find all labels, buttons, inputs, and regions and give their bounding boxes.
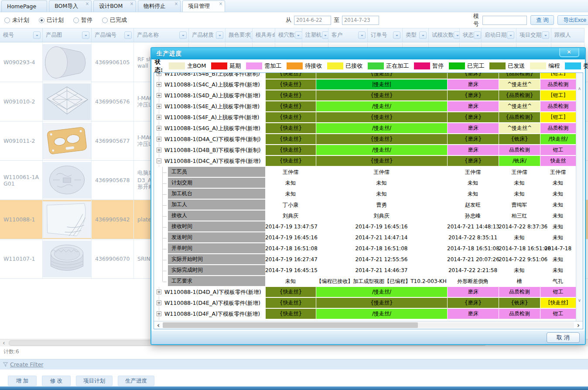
mold-input[interactable]: [482, 16, 527, 25]
from-date-input[interactable]: [294, 16, 331, 25]
detail-name-cell: 加工人: [154, 200, 265, 211]
expand-icon[interactable]: +: [157, 126, 161, 131]
radio-completed[interactable]: 已完成: [102, 16, 127, 24]
expand-icon[interactable]: +: [157, 115, 161, 120]
grid-vscrollbar[interactable]: ∧ ∨: [576, 73, 583, 321]
dialog-titlebar: 生产进度 ×: [151, 48, 585, 59]
to-date-input[interactable]: [342, 16, 379, 25]
radio-planned[interactable]: 已计划: [39, 16, 64, 24]
column-filter-button[interactable]: [33, 31, 41, 39]
progress-row: −W110088-1(D4C_A)下模板零件(新增){快走丝}{慢走丝}{磨床}…: [154, 156, 576, 167]
export-excel-button[interactable]: 导出Exce: [557, 15, 588, 25]
radio-unplanned[interactable]: 未计划: [4, 16, 29, 24]
part-name-cell[interactable]: +W110088-1(S4G_A)上脱板零件(新增): [154, 123, 265, 134]
tab-label: BOM导入: [55, 3, 78, 10]
column-header: 类型: [403, 28, 429, 42]
detail-value-cell: 2014-7-22 9:51:06: [499, 254, 540, 265]
dialog-close-button[interactable]: ×: [559, 48, 579, 57]
detail-value-cell: 未知: [540, 211, 576, 221]
tab-close-icon[interactable]: ×: [174, 2, 178, 6]
column-filter-button[interactable]: [474, 31, 481, 39]
detail-name-cell: 接收时间: [154, 221, 265, 232]
column-filter-button[interactable]: [358, 31, 366, 39]
part-name-cell[interactable]: +W110088-1(S4D_A)上脱板零件(新增): [154, 90, 265, 101]
project-plan-button[interactable]: 项目计划: [76, 376, 113, 386]
create-filter-link[interactable]: Create Filter: [10, 361, 43, 368]
production-progress-button[interactable]: 生产进度: [118, 376, 154, 386]
detail-row: 工艺要求未知【编程已接收】加工成型视图【已编程】T10.2-003-KH外形断差…: [154, 276, 576, 287]
expand-icon[interactable]: +: [157, 300, 161, 305]
grid-scroll-left-icon[interactable]: ‹: [154, 322, 163, 328]
part-name-cell[interactable]: −W110088-1(D4C_A)下模板零件(新增): [154, 156, 265, 167]
column-filter-button[interactable]: [507, 31, 514, 39]
tab-material-stop[interactable]: 物料停止×: [138, 0, 181, 12]
expand-icon[interactable]: +: [157, 104, 161, 109]
part-name-cell[interactable]: +W110088-1(S4F_A)上脱板零件(新增): [154, 112, 265, 123]
legend-item: 暂停: [414, 62, 444, 70]
legend-item-label: 已接收: [345, 62, 362, 70]
part-name-cell[interactable]: +W110088-1(S4E_A)上脱板零件(新增): [154, 101, 265, 112]
detail-value-cell: 王仲儒: [316, 167, 447, 178]
column-filter-button[interactable]: [454, 31, 460, 39]
tab-close-icon[interactable]: ×: [130, 2, 133, 6]
radio-paused[interactable]: 暂停: [73, 16, 92, 24]
part-name-cell[interactable]: +W110088-1(D4A_C)下模板零件(新制): [154, 134, 265, 145]
cancel-button[interactable]: 取 消: [547, 332, 580, 343]
process-status-cell: {快走丝}: [265, 156, 316, 167]
expand-icon[interactable]: +: [157, 311, 161, 316]
scroll-down-icon[interactable]: ∨: [576, 298, 583, 303]
modify-button[interactable]: 修 改: [42, 376, 71, 386]
tab-close-icon[interactable]: ×: [85, 2, 89, 6]
expand-icon[interactable]: +: [157, 73, 161, 76]
column-filter-button[interactable]: [295, 31, 302, 39]
status-radio-group: 未计划已计划暂停已完成: [0, 16, 127, 24]
grid-hscroll-thumb[interactable]: [163, 322, 417, 328]
column-filter-button[interactable]: [322, 31, 329, 39]
scroll-up-icon[interactable]: ∧: [576, 86, 583, 91]
part-name-cell[interactable]: +W110088-1(D4E_A)下模板零件(新增): [154, 298, 265, 309]
grid-scroll-right-icon[interactable]: ›: [574, 322, 583, 328]
part-name-cell[interactable]: +W110088-1(D4D_A)下模板零件(新增): [154, 287, 265, 298]
part-name-label: W110088-1(D4C_A)下模板零件(新增): [164, 158, 261, 164]
tab-bom-import[interactable]: BOM导入×: [49, 0, 92, 12]
detail-row: 接收时间2014-7-19 13:47:572014-7-19 16:45:16…: [154, 221, 576, 232]
part-name-cell[interactable]: +W110088-1(D4F_A)下模板零件(新增): [154, 309, 265, 320]
expand-icon[interactable]: −: [157, 159, 161, 163]
legend-item-label: 编程: [548, 62, 560, 70]
grid-hscrollbar[interactable]: ‹ ›: [154, 321, 583, 329]
expand-icon[interactable]: +: [157, 93, 161, 98]
detail-value-cell: 王仲儒: [265, 167, 316, 178]
tab-project-management[interactable]: 项目管理×: [182, 0, 225, 12]
detail-value-cell: 未知: [540, 189, 576, 200]
tab-close-icon[interactable]: ×: [219, 2, 222, 6]
part-name-cell[interactable]: +W110088-1(S4B_B)上脱板零件(新制): [154, 73, 265, 79]
tab-design-bom[interactable]: 设计BOM×: [93, 0, 136, 12]
tab-homepage[interactable]: HomePage: [1, 0, 47, 12]
column-filter-button[interactable]: [216, 31, 223, 39]
expand-icon[interactable]: +: [157, 148, 161, 152]
detail-value-cell: 未知: [447, 178, 499, 189]
radio-icon: [4, 17, 10, 23]
detail-row: 加工人丁小康曹勇赵发旺曹纯军未知: [154, 200, 576, 211]
expand-icon[interactable]: +: [157, 290, 161, 294]
grid-hscroll-track[interactable]: [163, 322, 574, 328]
scroll-left-icon[interactable]: ‹: [0, 340, 8, 346]
column-filter-button[interactable]: [82, 31, 89, 39]
part-name-cell[interactable]: +W110088-1(D4B_B)下模板零件(新制): [154, 145, 265, 156]
part-name-cell[interactable]: +W110088-1(S4C_A)上脱板零件(新增): [154, 79, 265, 90]
column-filter-button[interactable]: [542, 31, 549, 39]
query-button[interactable]: 查 询: [530, 15, 554, 25]
detail-row: 工艺员王仲儒王仲儒王仲儒王仲儒王仲儒: [154, 167, 576, 178]
column-header: 产品名称: [134, 28, 189, 42]
column-filter-button[interactable]: [419, 31, 427, 39]
column-header-label: 模具寿命: [256, 31, 275, 39]
expand-icon[interactable]: +: [157, 137, 161, 142]
tab-label: 设计BOM: [99, 3, 123, 10]
add-button[interactable]: 增 加: [8, 376, 37, 386]
column-filter-button[interactable]: [124, 31, 132, 39]
process-status-cell: 磨床: [447, 79, 499, 90]
column-filter-button[interactable]: [393, 31, 400, 39]
create-filter-bar: Create Filter: [0, 359, 588, 369]
column-filter-button[interactable]: [179, 31, 187, 39]
expand-icon[interactable]: +: [157, 82, 161, 87]
